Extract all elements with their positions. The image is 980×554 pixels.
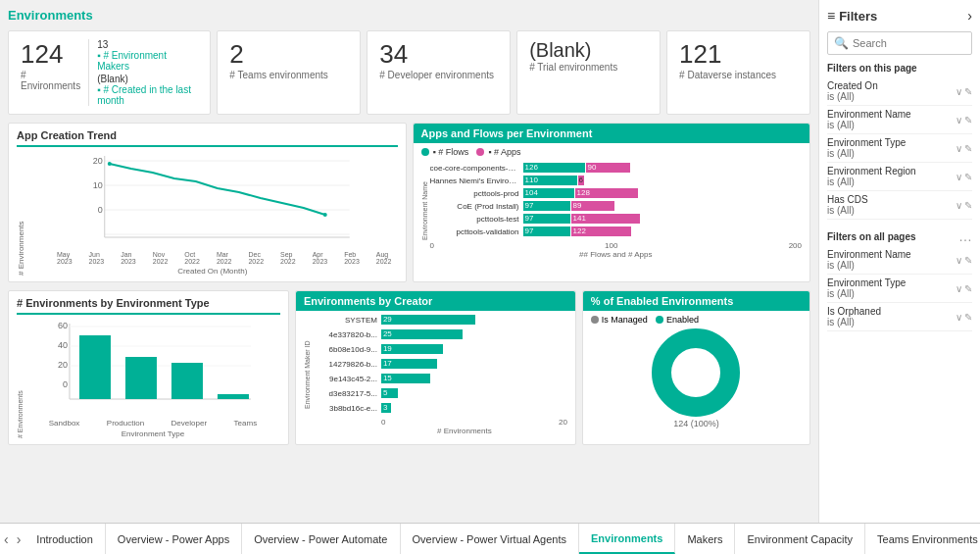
tab-nav-left[interactable]: ‹ [0, 524, 13, 554]
kpi-row: 124 # Environments 13 ▪ # Environment Ma… [8, 30, 810, 115]
hbar-row-3: pcttools-prod 104 128 [430, 188, 803, 198]
tabs-bar: ‹ › Introduction Overview - Power Apps O… [0, 523, 980, 554]
svg-rect-21 [125, 357, 157, 399]
apps-flows-card: Apps and Flows per Environment ▪ # Flows… [413, 123, 811, 282]
filter-edit-icon-2[interactable]: ✎ [964, 115, 972, 126]
filter-dots-icon[interactable]: … [958, 228, 972, 244]
filter-toggle-icon[interactable]: › [967, 8, 972, 24]
donut-chart [652, 328, 740, 417]
env-creator-y-label: Environment Maker ID [304, 315, 311, 435]
filter-chevron-icon: ∨ [956, 86, 962, 97]
apps-flows-title: Apps and Flows per Environment [414, 124, 810, 143]
filter-all-env-name[interactable]: Environment Name is (All) ∨ ✎ [827, 246, 972, 275]
tab-overview-power-virtual-agents[interactable]: Overview - Power Virtual Agents [401, 524, 580, 554]
creator-row-4: 14279826-b... 17 [313, 359, 567, 369]
svg-point-25 [676, 353, 715, 392]
apps-flows-y-label: Environment Name [421, 163, 428, 259]
kpi-number-dataverse: 121 [679, 39, 798, 70]
filter-edit-icon-5[interactable]: ✎ [964, 200, 972, 211]
env-creator-x-label: # Environments [313, 427, 567, 435]
kpi-card-environments: 124 # Environments 13 ▪ # Environment Ma… [8, 30, 211, 115]
filter-edit-icon-8[interactable]: ✎ [964, 312, 972, 323]
filter-edit-icon[interactable]: ✎ [964, 86, 972, 97]
filters-all-pages-header: Filters on all pages … [827, 226, 972, 246]
creator-row-7: 3b8bd16c-e... 3 [313, 403, 567, 413]
filter-env-region[interactable]: Environment Region is (All) ∨ ✎ [827, 163, 972, 191]
env-by-creator-title: Environments by Creator [296, 291, 575, 311]
charts-row-1: App Creation Trend # Environments 20 10 [8, 123, 810, 282]
svg-point-9 [108, 162, 112, 166]
page-title: Environments [8, 8, 810, 23]
tab-teams-environments[interactable]: Teams Environments [865, 524, 980, 554]
filters-all-pages-label: Filters on all pages [827, 231, 916, 242]
kpi-number-teams: 2 [229, 39, 348, 70]
filter-edit-icon-7[interactable]: ✎ [964, 283, 972, 294]
env-type-y-label: # Environments [17, 319, 24, 438]
app-creation-trend-card: App Creation Trend # Environments 20 10 [8, 123, 407, 282]
filter-all-env-type[interactable]: Environment Type is (All) ∨ ✎ [827, 275, 972, 303]
svg-text:10: 10 [93, 180, 103, 190]
legend-apps: ▪ # Apps [476, 147, 520, 157]
hbar-row-2: Hannes Niemi's Environment 110 6 [430, 176, 803, 185]
filter-env-name[interactable]: Environment Name is (All) ∨ ✎ [827, 106, 972, 134]
env-type-chart: 60 40 20 0 [25, 319, 280, 417]
kpi-number-environments: 124 [21, 39, 80, 70]
filter-created-on[interactable]: Created On is (All) ∨ ✎ [827, 77, 972, 106]
filter-edit-icon-3[interactable]: ✎ [964, 143, 972, 154]
tab-overview-power-apps[interactable]: Overview - Power Apps [106, 524, 242, 554]
hbar-row-1: coe-core-components-dev 126 90 [430, 163, 803, 173]
tab-environments[interactable]: Environments [579, 524, 675, 554]
hbar-row-6: pcttools-validation 97 122 [430, 227, 803, 236]
tab-introduction[interactable]: Introduction [24, 524, 105, 554]
svg-text:0: 0 [63, 379, 68, 389]
filters-on-page-label: Filters on this page [827, 63, 972, 74]
filter-edit-icon-4[interactable]: ✎ [964, 172, 972, 182]
filter-env-type[interactable]: Environment Type is (All) ∨ ✎ [827, 134, 972, 163]
search-box[interactable]: 🔍 [827, 31, 972, 55]
kpi-number-trial: (Blank) [529, 39, 648, 62]
donut-label: 124 (100%) [673, 419, 719, 428]
tab-environment-capacity[interactable]: Environment Capacity [735, 524, 865, 554]
tab-overview-power-automate[interactable]: Overview - Power Automate [242, 524, 400, 554]
filter-chevron-icon-6: ∨ [956, 255, 962, 266]
kpi-card-developer: 34 # Developer environments [367, 30, 511, 115]
bottom-row: # Environments by Environment Type # Env… [8, 290, 810, 445]
svg-point-10 [323, 213, 327, 217]
app-creation-y-label: # Environments [17, 151, 25, 276]
creator-row-5: 9e143c45-2... 15 [313, 374, 567, 383]
filter-chevron-icon-8: ∨ [956, 312, 962, 323]
app-creation-trend-title: App Creation Trend [17, 129, 398, 147]
filter-chevron-icon-3: ∨ [956, 143, 962, 154]
hbar-row-5: pcttools-test 97 141 [430, 214, 803, 224]
svg-rect-20 [79, 335, 111, 399]
filter-is-orphaned[interactable]: Is Orphaned is (All) ∨ ✎ [827, 303, 972, 331]
kpi-label-trial: # Trial environments [529, 62, 648, 73]
legend-flows: ▪ # Flows [421, 147, 469, 157]
svg-rect-22 [172, 363, 203, 399]
svg-text:60: 60 [58, 321, 68, 330]
env-by-creator-card: Environments by Creator Environment Make… [295, 290, 576, 445]
kpi-number-developer: 34 [379, 39, 498, 70]
dashboard: Environments 124 # Environments 13 ▪ # E… [0, 0, 818, 523]
filters-all-pages-list: Environment Name is (All) ∨ ✎ Environmen… [827, 246, 972, 331]
tab-nav-right[interactable]: › [13, 524, 25, 554]
app-creation-x-label: Created On (Month) [27, 267, 398, 276]
env-by-type-card: # Environments by Environment Type # Env… [8, 290, 289, 445]
svg-text:40: 40 [58, 340, 68, 350]
search-input[interactable] [853, 37, 965, 49]
creator-row-3: 6b08e10d-9... 19 [313, 344, 567, 354]
creator-row-1: SYSTEM 29 [313, 315, 567, 325]
tab-makers[interactable]: Makers [675, 524, 735, 554]
kpi-card-dataverse: 121 # Dataverse instances [666, 30, 810, 115]
filter-chevron-icon-5: ∨ [956, 200, 962, 211]
kpi-card-trial: (Blank) # Trial environments [516, 30, 661, 115]
filters-header: ≡ Filters › [827, 8, 972, 24]
kpi-card-teams: 2 # Teams environments [217, 30, 361, 115]
filter-edit-icon-6[interactable]: ✎ [964, 255, 972, 266]
filters-on-page-list: Created On is (All) ∨ ✎ Environment Name… [827, 77, 972, 220]
app-creation-chart: 20 10 0 [27, 151, 398, 249]
filter-chevron-icon-7: ∨ [956, 283, 962, 294]
filter-has-cds[interactable]: Has CDS is (All) ∨ ✎ [827, 191, 972, 220]
svg-rect-23 [218, 394, 249, 399]
filters-panel: ≡ Filters › 🔍 Filters on this page Creat… [818, 0, 980, 523]
